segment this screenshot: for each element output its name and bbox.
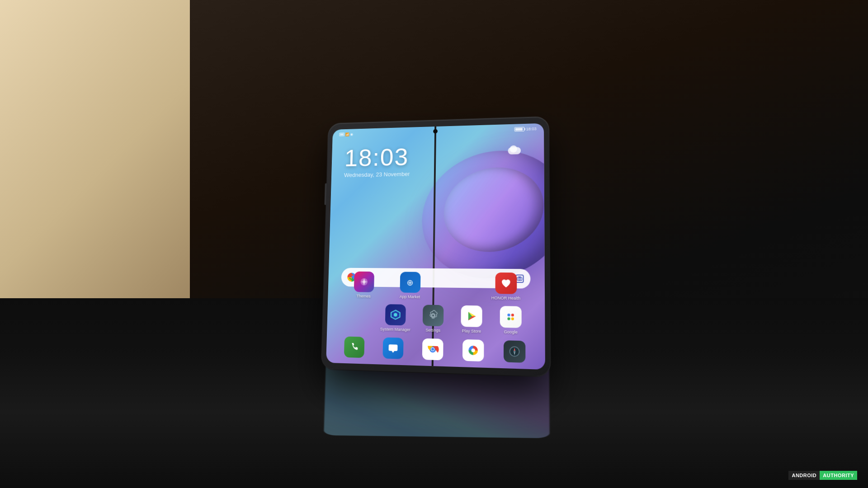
app-empty2 [346, 304, 371, 331]
sysmanager-label: System Manager [380, 327, 410, 332]
app-google[interactable]: Google [498, 306, 524, 335]
phone-screen: 📶 ◉ 18:03 [326, 123, 545, 370]
app-appmarket[interactable]: ⊕ App Market [397, 272, 423, 299]
themes-label: Themes [356, 294, 371, 298]
dock-chrome[interactable] [420, 338, 446, 361]
playstore-icon-img [461, 305, 482, 327]
themes-icon [354, 272, 374, 292]
appmarket-label: App Market [400, 294, 420, 299]
playstore-label: Play Store [462, 328, 481, 333]
phone-device: 📶 ◉ 18:03 [321, 117, 550, 377]
app-honorehealth[interactable]: HONOR Health [493, 272, 519, 300]
svg-text:⊕: ⊕ [406, 278, 413, 287]
settings-icon [423, 305, 444, 326]
svg-point-13 [507, 314, 510, 316]
app-sysmanager[interactable]: System Manager [383, 304, 408, 332]
clock-time: 18:03 [344, 145, 410, 170]
volume-button [324, 183, 326, 205]
photos-icon [462, 339, 484, 361]
dock-compass[interactable] [501, 340, 528, 363]
dock-messages[interactable] [380, 338, 406, 359]
status-left-icons: 📶 ◉ [339, 132, 353, 136]
svg-point-14 [511, 314, 514, 316]
watermark-android-text: ANDROID [788, 471, 820, 480]
status-time: 18:03 [526, 127, 537, 131]
watermark-authority-text: AUTHORITY [820, 471, 857, 480]
phone-icon [344, 337, 365, 358]
appmarket-icon: ⊕ [400, 272, 420, 293]
app-grid: Themes ⊕ App Market [340, 272, 531, 341]
weather-cloud-icon [508, 145, 521, 154]
messages-icon [382, 338, 403, 359]
phone-body: 📶 ◉ 18:03 [321, 117, 550, 377]
clock-date: Wednesday, 23 November [344, 171, 410, 178]
dock-bar [335, 333, 535, 366]
lock-screen-clock: 18:03 Wednesday, 23 November [344, 145, 410, 178]
compass-icon [504, 340, 525, 363]
app-settings[interactable]: Settings [420, 305, 446, 333]
app-empty [444, 272, 470, 300]
honorhealth-label: HONOR Health [491, 296, 520, 300]
svg-rect-17 [389, 344, 398, 351]
scene: 📞 💬 🌐 🌸 🔵 [0, 0, 868, 488]
settings-label: Settings [425, 328, 440, 333]
status-right-icons: 18:03 [514, 127, 536, 131]
svg-point-15 [507, 317, 510, 320]
dock-photos[interactable] [460, 339, 486, 361]
google-label: Google [504, 329, 518, 334]
app-playstore[interactable]: Play Store [458, 305, 485, 334]
app-row-2: System Manager Settings [340, 304, 531, 335]
app-themes[interactable]: Themes [351, 272, 376, 299]
svg-point-16 [511, 317, 514, 320]
google-icon-img [500, 306, 522, 328]
dock-phone[interactable] [342, 336, 367, 358]
sysmanager-icon [385, 304, 406, 325]
chrome-icon [422, 338, 443, 361]
watermark: ANDROID AUTHORITY [788, 471, 857, 480]
weather-widget [508, 145, 521, 154]
app-row-1: Themes ⊕ App Market [341, 272, 531, 301]
honorhealth-icon [495, 272, 517, 294]
